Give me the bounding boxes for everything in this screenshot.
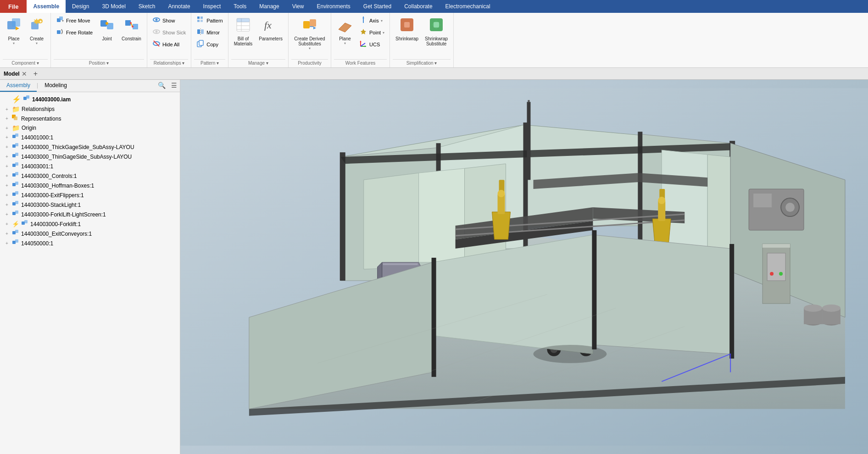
menu-assemble[interactable]: Assemble: [27, 0, 66, 13]
menu-collaborate[interactable]: Collaborate: [398, 0, 439, 13]
bom-button[interactable]: Bill of Materials: [231, 15, 256, 48]
menu-manage[interactable]: Manage: [253, 0, 285, 13]
item-expand[interactable]: +: [4, 135, 10, 140]
tree-item-thingage[interactable]: + 144003000_ThinGageSide_SubAssy-LAYOU: [0, 152, 180, 161]
tree-menu-button[interactable]: ☰: [168, 80, 180, 92]
tree-item-hoffman[interactable]: + 144003000_Hoffman-Boxes:1: [0, 181, 180, 190]
show-sick-button[interactable]: Show Sick: [150, 27, 188, 39]
create-derived-dropdown[interactable]: ▾: [309, 46, 311, 50]
axis-dropdown[interactable]: ▾: [381, 19, 383, 23]
hide-all-button[interactable]: Hide All: [150, 39, 188, 50]
tree-item-exitconveyors[interactable]: + 144003000_ExitConveyors:1: [0, 229, 180, 238]
relationships-expand[interactable]: +: [4, 107, 10, 112]
show-button[interactable]: Show: [150, 15, 188, 27]
relationships-label: Relationships: [22, 106, 176, 112]
svg-marker-43: [313, 27, 316, 29]
svg-point-115: [498, 190, 505, 197]
item-expand[interactable]: +: [4, 164, 10, 169]
item-expand[interactable]: +: [4, 144, 10, 149]
menu-get-started[interactable]: Get Started: [357, 0, 398, 13]
svg-rect-67: [12, 144, 16, 148]
pattern-button[interactable]: Pattern: [194, 15, 225, 27]
menu-view[interactable]: View: [286, 0, 311, 13]
svg-point-139: [779, 272, 783, 276]
tree-item-forklift[interactable]: + ⚡ 144003000-Forklift:1: [0, 219, 180, 229]
axis-button[interactable]: Axis ▾: [357, 15, 387, 27]
menu-3dmodel[interactable]: 3D Model: [95, 0, 132, 13]
menu-environments[interactable]: Environments: [310, 0, 356, 13]
model-close-button[interactable]: ✕: [22, 70, 27, 78]
free-move-button[interactable]: Free Move: [54, 15, 95, 27]
tree-item-exitflippers[interactable]: + 144003000-ExitFlippers:1: [0, 190, 180, 200]
tree-item-thickgage[interactable]: + 144003000_ThickGageSide_SubAssy-LAYOU: [0, 142, 180, 152]
svg-marker-148: [593, 235, 730, 354]
svg-point-17: [130, 22, 132, 24]
representations-label: Representations: [21, 116, 176, 122]
tree-origin[interactable]: + 📁 Origin: [0, 123, 180, 133]
menu-sketch[interactable]: Sketch: [132, 0, 162, 13]
forklift-label: 144003000-Forklift:1: [30, 221, 176, 227]
point-button[interactable]: Point ▾: [357, 27, 387, 39]
assembly-tab[interactable]: Assembly: [0, 80, 37, 92]
relationships-group-label: Relationships ▾: [150, 59, 188, 66]
copy-button[interactable]: Copy: [194, 39, 225, 50]
item-expand[interactable]: +: [4, 202, 10, 207]
tree-item-liftlightscreen[interactable]: + 144003000-ForklLift-LightScreen:1: [0, 210, 180, 219]
thingage-label: 144003000_ThinGageSide_SubAssy-LAYOU: [21, 154, 176, 160]
menu-tools[interactable]: Tools: [227, 0, 253, 13]
add-tab-button[interactable]: +: [33, 70, 38, 78]
free-rotate-button[interactable]: Free Rotate: [54, 27, 95, 39]
mirror-button[interactable]: Mirror: [194, 27, 225, 39]
place-button[interactable]: Place ▾: [3, 15, 25, 47]
menu-electromechanical[interactable]: Electromechanical: [439, 0, 497, 13]
joint-button[interactable]: Joint: [96, 15, 118, 43]
representations-expand[interactable]: +: [4, 116, 10, 121]
shrinkwrap-sub-button[interactable]: Shrinkwrap Substitute: [422, 15, 451, 48]
item-expand[interactable]: +: [4, 221, 10, 227]
shrinkwrap-button[interactable]: Shrinkwrap: [393, 15, 421, 43]
svg-point-142: [804, 305, 822, 312]
copy-icon: [196, 39, 205, 50]
plane-dropdown[interactable]: ▾: [344, 41, 346, 45]
point-dropdown[interactable]: ▾: [383, 31, 384, 35]
plane-button[interactable]: Plane ▾: [334, 15, 356, 47]
tree-item-stacklight[interactable]: + 144003000-StackLight:1: [0, 200, 180, 210]
tree-item-144050000[interactable]: + 144050000:1: [0, 238, 180, 248]
create-derived-button[interactable]: Create Derived Substitutes ▾: [291, 15, 328, 52]
menu-design[interactable]: Design: [66, 0, 95, 13]
work-features-small: Axis ▾ Point ▾: [357, 15, 387, 50]
svg-rect-31: [201, 29, 204, 34]
tree-search-button[interactable]: 🔍: [155, 80, 168, 92]
create-button[interactable]: ✦ Create ▾: [26, 15, 48, 47]
file-menu-button[interactable]: File: [0, 0, 27, 13]
menu-annotate[interactable]: Annotate: [162, 0, 197, 13]
item-expand[interactable]: +: [4, 173, 10, 178]
parameters-button[interactable]: fx Parameters: [256, 15, 285, 43]
modeling-tab[interactable]: Modeling: [38, 80, 73, 92]
relationships-btns: Show Show Sick: [150, 15, 188, 50]
item-expand[interactable]: +: [4, 212, 10, 217]
ucs-button[interactable]: UCS: [357, 39, 387, 50]
tree-representations[interactable]: + Representations: [0, 114, 180, 123]
item-expand[interactable]: +: [4, 241, 10, 246]
menu-inspect[interactable]: Inspect: [197, 0, 228, 13]
tree-item-144003001[interactable]: + 144003001:1: [0, 161, 180, 171]
menu-bar: File Assemble Design 3D Model Sketch Ann…: [0, 0, 868, 13]
tree-item-controls[interactable]: + 144003000_Controls:1: [0, 171, 180, 181]
tree-relationships[interactable]: + 📁 Relationships: [0, 105, 180, 114]
item-expand[interactable]: +: [4, 231, 10, 236]
joint-label: Joint: [102, 36, 112, 41]
tree-root[interactable]: ⚡ 144003000.iam: [0, 94, 180, 105]
viewport[interactable]: [180, 80, 868, 454]
item-144003001-label: 144003001:1: [21, 163, 176, 170]
create-dropdown[interactable]: ▾: [36, 41, 38, 45]
item-expand[interactable]: +: [4, 154, 10, 159]
constrain-button[interactable]: Constrain: [119, 15, 144, 43]
origin-expand[interactable]: +: [4, 126, 10, 131]
place-dropdown[interactable]: ▾: [13, 41, 15, 45]
item-expand[interactable]: +: [4, 193, 10, 198]
tree-item-144001000[interactable]: + 144001000:1: [0, 133, 180, 142]
svg-marker-101: [364, 173, 419, 269]
item-expand[interactable]: +: [4, 183, 10, 188]
pattern-label: Pattern: [206, 18, 223, 23]
